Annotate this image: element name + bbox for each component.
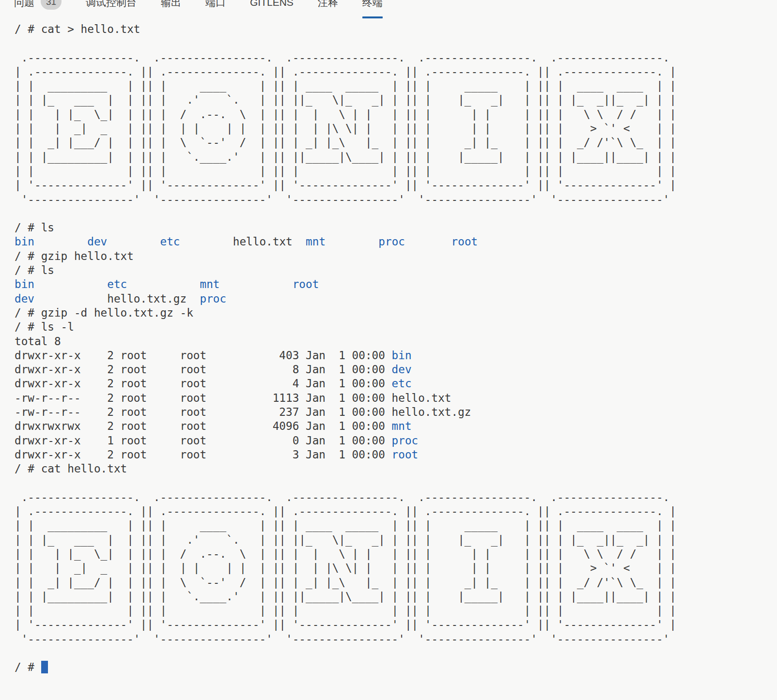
terminal-line: | '--------------' || '--------------' |… <box>15 618 777 632</box>
terminal-line: / # ls <box>15 221 777 235</box>
terminal-text: '----------------' '----------------' '-… <box>15 633 676 645</box>
terminal-line <box>15 36 777 50</box>
terminal-text <box>34 278 107 290</box>
tab-gitlens[interactable]: GITLENS <box>250 0 294 8</box>
terminal-text: / # ls <box>15 221 54 234</box>
terminal-line: | | | || | | || | | || | | || | | | <box>15 604 777 618</box>
terminal-text: / # <box>15 661 41 673</box>
tab-terminal[interactable]: 终端 <box>362 0 383 8</box>
terminal-text: / # cat > hello.txt <box>15 23 140 35</box>
terminal-text: | .--------------. || .--------------. |… <box>15 65 676 78</box>
terminal-text: drwxrwxrwx 2 root root 4096 Jan 1 00:00 <box>15 420 392 432</box>
terminal-text: | | _| |___/ | | || | \ `--' / | || | _|… <box>15 576 676 589</box>
panel-tab-bar: 问题 31 调试控制台 输出 端口 GITLENS 注释 终端 <box>0 0 777 18</box>
terminal-text: -rw-r--r-- 2 root root 237 Jan 1 00:00 <box>15 406 392 418</box>
terminal-line <box>15 646 777 660</box>
terminal-line: | | |_________| | || | `.____.' | || ||_… <box>15 590 777 604</box>
terminal-line: | | | || | | || | | || | | || | | | <box>15 164 777 178</box>
terminal-text: | | |_________| | || | `.____.' | || ||_… <box>15 590 676 603</box>
directory-name: dev <box>15 292 34 305</box>
terminal-text: hello.txt.gz <box>107 292 186 305</box>
terminal-line: | | | |_ \_| | || | / .--. \ | || | | \ … <box>15 547 777 561</box>
terminal-line: | | |_ ___ | | || | .' `. | || ||_ \|_ _… <box>15 533 777 547</box>
terminal-line: | | _________ | || | ____ | || | ____ __… <box>15 518 777 533</box>
tab-problems-label: 问题 <box>14 0 34 8</box>
tab-comments-label: 注释 <box>318 0 338 8</box>
terminal-text: | | _________ | || | ____ | || | ____ __… <box>15 519 676 532</box>
terminal-text: .----------------. .----------------. .-… <box>15 491 676 503</box>
terminal-line: dev hello.txt.gz proc <box>15 292 777 306</box>
terminal-line: .----------------. .----------------. .-… <box>15 51 777 65</box>
terminal-text <box>34 292 107 305</box>
terminal-text: | | | || | | || | | || | | || | | | <box>15 604 676 617</box>
terminal-line <box>15 207 777 221</box>
terminal-text: | | | |_ \_| | || | / .--. \ | || | | \ … <box>15 108 676 121</box>
tab-debug-console-label: 调试控制台 <box>86 0 137 8</box>
tab-gitlens-label: GITLENS <box>250 0 294 8</box>
terminal-line: | .--------------. || .--------------. |… <box>15 504 777 518</box>
terminal-text: hello.txt <box>233 235 293 248</box>
directory-name: root <box>451 235 478 248</box>
terminal-text: drwxr-xr-x 1 root root 0 Jan 1 00:00 <box>15 434 392 447</box>
tab-problems[interactable]: 问题 31 <box>14 0 62 10</box>
directory-name: proc <box>200 292 226 305</box>
terminal-line: bin dev etc hello.txt mnt proc root <box>15 235 777 249</box>
terminal-text: drwxr-xr-x 2 root root 8 Jan 1 00:00 <box>15 363 392 376</box>
terminal-text <box>180 235 233 248</box>
directory-name: bin <box>15 278 34 290</box>
terminal-line: total 8 <box>15 335 777 349</box>
terminal-text <box>405 235 451 248</box>
directory-name: mnt <box>200 278 219 290</box>
directory-name: bin <box>392 349 412 362</box>
terminal-line: | '--------------' || '--------------' |… <box>15 178 777 192</box>
terminal-text: | | | _| _ | || | | | | | | || | | |\ \|… <box>15 562 676 574</box>
terminal-text <box>34 235 87 248</box>
tab-ports-label: 端口 <box>205 0 226 8</box>
directory-name: mnt <box>306 235 326 248</box>
tab-output[interactable]: 输出 <box>161 0 181 8</box>
terminal-text: '----------------' '----------------' '-… <box>15 193 676 206</box>
tab-terminal-label: 终端 <box>362 0 383 8</box>
terminal-line: drwxr-xr-x 2 root root 4 Jan 1 00:00 etc <box>15 377 777 391</box>
directory-name: mnt <box>392 420 412 432</box>
terminal-line: drwxr-xr-x 2 root root 3 Jan 1 00:00 roo… <box>15 448 777 462</box>
terminal-line: / # gzip hello.txt <box>15 249 777 263</box>
terminal-line: | | _| |___/ | | || | \ `--' / | || | _|… <box>15 136 777 150</box>
terminal-text: | '--------------' || '--------------' |… <box>15 179 676 191</box>
problems-count-badge: 31 <box>41 0 62 10</box>
terminal-text: | | _| |___/ | | || | \ `--' / | || | _|… <box>15 136 676 149</box>
tab-ports[interactable]: 端口 <box>205 0 226 8</box>
terminal-text: / # ls -l <box>15 320 74 333</box>
terminal-text: | | | || | | || | | || | | || | | | <box>15 165 676 177</box>
terminal-text: / # cat hello.txt <box>15 462 127 475</box>
terminal-line <box>15 476 777 490</box>
terminal-text <box>326 235 378 248</box>
panel-tabs: 问题 31 调试控制台 输出 端口 GITLENS 注释 终端 <box>14 0 383 10</box>
tab-debug-console[interactable]: 调试控制台 <box>86 0 137 8</box>
terminal-output[interactable]: / # cat > hello.txt .----------------. .… <box>15 22 777 700</box>
terminal-text: | | | |_ \_| | || | / .--. \ | || | | \ … <box>15 548 676 560</box>
terminal-line: | | _________ | || | ____ | || | ____ __… <box>15 79 777 93</box>
directory-name: dev <box>87 235 107 248</box>
terminal-line: / # cat hello.txt <box>15 462 777 476</box>
terminal-text: / # gzip hello.txt <box>15 250 134 262</box>
terminal-text: | | |_ ___ | | || | .' `. | || ||_ \|_ _… <box>15 533 676 546</box>
terminal-text <box>186 292 200 305</box>
terminal-line: / # gzip -d hello.txt.gz -k <box>15 306 777 320</box>
terminal-text: drwxr-xr-x 2 root root 4 Jan 1 00:00 <box>15 377 392 390</box>
terminal-text: | | |_________| | || | `.____.' | || ||_… <box>15 151 676 163</box>
tab-output-label: 输出 <box>161 0 181 8</box>
terminal-line: / # cat > hello.txt <box>15 22 777 36</box>
terminal-line: / # ls -l <box>15 320 777 334</box>
terminal-line: / # ls <box>15 263 777 277</box>
terminal-line: '----------------' '----------------' '-… <box>15 193 777 207</box>
directory-name: bin <box>15 235 34 248</box>
terminal-text <box>127 278 200 290</box>
directory-name: root <box>392 448 419 461</box>
terminal-text: | .--------------. || .--------------. |… <box>15 505 676 517</box>
terminal-text: .----------------. .----------------. .-… <box>15 51 676 64</box>
terminal-line: drwxr-xr-x 2 root root 8 Jan 1 00:00 dev <box>15 363 777 377</box>
tab-comments[interactable]: 注释 <box>318 0 338 8</box>
terminal-line: drwxr-xr-x 1 root root 0 Jan 1 00:00 pro… <box>15 434 777 448</box>
terminal-text <box>219 278 292 290</box>
